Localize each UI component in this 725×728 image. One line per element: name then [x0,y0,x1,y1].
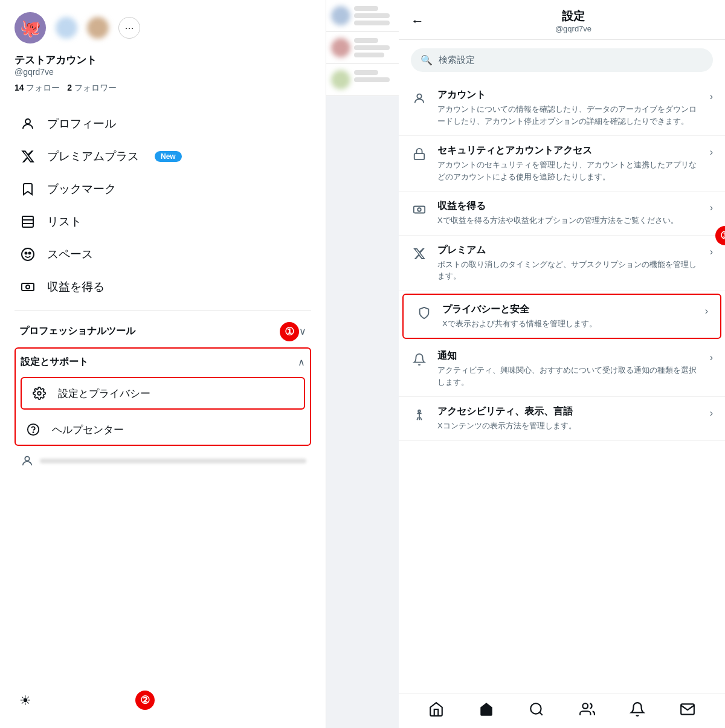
bottom-user-icon [19,453,35,469]
circle-badge-1: ① [280,322,299,341]
svg-rect-15 [414,207,425,213]
feed-avatar-2 [331,38,350,57]
avatar-small-2 [87,17,109,39]
settings-support-header[interactable]: 設定とサポート ∧ [16,349,310,376]
svg-point-8 [26,285,30,289]
accessibility-icon [411,407,428,424]
privacy-content: プライバシーと安全 Xで表示および共有する情報を管理します。 [442,303,695,330]
account-title: アカウント [437,89,700,101]
account-chevron: › [710,91,713,102]
feed-line [354,45,390,50]
bottom-nav-notifications[interactable] [630,701,645,721]
svg-point-4 [22,248,34,260]
profile-top-bar: 🐙 ··· [14,12,311,43]
circle-badge-2: ② [135,691,155,710]
settings-item-security[interactable]: セキュリティとアカウントアクセス アカウントのセキュリティを管理したり、アカウン… [399,136,725,192]
feed-line [354,21,390,25]
sidebar-item-monetize[interactable]: 収益を得る [14,271,311,303]
svg-point-17 [418,410,420,413]
bottom-nav-search[interactable] [529,701,544,721]
sidebar-item-bookmarks[interactable]: ブックマーク [14,173,311,205]
accessibility-chevron: › [710,408,713,419]
svg-line-19 [540,712,543,715]
spaces-label: スペース [47,246,93,262]
monetize-icon [19,279,36,295]
theme-toggle[interactable]: ☀ [14,686,311,716]
feed-avatar-3 [331,70,350,89]
account-content: アカウント アカウントについての情報を確認したり、データのアーカイブをダウンロー… [437,89,700,127]
header-title-block: 設定 @gqrd7ve [434,8,713,33]
avatar-small-1 [56,17,77,39]
settings-item-account[interactable]: アカウント アカウントについての情報を確認したり、データのアーカイブをダウンロー… [399,80,725,136]
right-panel: ← 設定 @gqrd7ve 🔍 検索設定 アカウント アカウントについての情報を… [399,0,725,728]
settings-item-notifications[interactable]: 通知 アクティビティ、興味関心、おすすめについて受け取る通知の種類を選択します。… [399,341,725,397]
more-button[interactable]: ··· [118,17,140,39]
security-title: セキュリティとアカウントアクセス [437,144,700,157]
bottom-nav-home-outline[interactable] [428,701,444,721]
premium-content: プレミアム ポストの取り消しのタイミングなど、サブスクリプションの機能を管理しま… [437,244,700,282]
follow-count: 14 [14,83,24,92]
settings-title: 設定 [434,8,713,24]
help-center-label: ヘルプセンター [52,423,124,437]
sidebar-item-lists[interactable]: リスト [14,206,311,237]
monetize-settings-icon [411,201,428,218]
accessibility-content: アクセシビリティ、表示、言語 Xコンテンツの表示方法を管理します。 [437,405,700,432]
premium-label: プレミアムプラス [47,149,139,164]
account-icon [411,90,428,107]
bottom-nav-people[interactable] [579,701,595,721]
settings-item-monetize[interactable]: 収益を得る Xで収益を得る方法や収益化オプションの管理方法をご覧ください。 › [399,192,725,236]
back-button[interactable]: ← [411,13,424,29]
premium-chevron: › [710,246,713,257]
bottom-nav-home-filled[interactable] [478,701,494,721]
settings-item-privacy[interactable]: プライバシーと安全 Xで表示および共有する情報を管理します。 › [402,294,721,340]
sidebar-item-spaces[interactable]: スペース [14,239,311,270]
bookmark-icon [19,181,36,198]
account-desc: アカウントについての情報を確認したり、データのアーカイブをダウンロードしたり、ア… [437,103,700,127]
profile-label: プロフィール [47,116,116,132]
feed-lines-1 [354,6,394,25]
settings-support-section: 設定とサポート ∧ 設定とプライバシー ヘルプセンター [14,347,311,446]
monetize-chevron: › [710,202,713,213]
notifications-content: 通知 アクティビティ、興味関心、おすすめについて受け取る通知の種類を選択します。 [437,350,700,388]
accessibility-desc: Xコンテンツの表示方法を管理します。 [437,420,700,432]
premium-desc: ポストの取り消しのタイミングなど、サブスクリプションの機能を管理します。 [437,259,700,282]
svg-point-9 [37,391,41,395]
avatar-main: 🐙 [14,12,46,43]
notifications-desc: アクティビティ、興味関心、おすすめについて受け取る通知の種類を選択します。 [437,364,700,388]
help-icon [25,422,41,437]
settings-privacy-nav[interactable]: 設定とプライバシー [22,378,304,408]
pro-tools-header[interactable]: プロフェッショナルツール ∨ [14,318,311,345]
security-chevron: › [710,147,713,158]
svg-rect-14 [414,153,425,159]
feed-item-2 [326,32,399,64]
feed-line [354,38,378,43]
bottom-nav-messages[interactable] [680,701,695,721]
settings-support-label: 設定とサポート [21,356,88,369]
user-name: テストアカウント [14,53,311,67]
feed-line [354,70,378,75]
pro-tools-label: プロフェッショナルツール [19,325,135,338]
new-badge: New [155,151,182,162]
pro-tools-chevron: ∨ [299,326,306,337]
settings-search-bar[interactable]: 🔍 検索設定 [411,48,713,72]
bookmarks-label: ブックマーク [47,181,116,197]
svg-point-6 [29,253,31,254]
monetize-title: 収益を得る [437,200,700,213]
svg-point-12 [25,457,29,461]
monetize-label: 収益を得る [47,279,105,295]
privacy-icon [416,304,433,321]
sidebar-item-profile[interactable]: プロフィール [14,108,311,140]
settings-item-accessibility[interactable]: アクセシビリティ、表示、言語 Xコンテンツの表示方法を管理します。 › [399,397,725,441]
sidebar-item-premium[interactable]: プレミアムプラス New [14,141,311,172]
user-stats: 14 フォロー 2 フォロワー [14,83,311,94]
nav-items: プロフィール プレミアムプラス New ブックマーク リスト スペー [14,108,311,303]
svg-point-20 [582,703,588,709]
settings-item-premium[interactable]: プレミアム ポストの取り消しのタイミングなど、サブスクリプションの機能を管理しま… [399,236,725,291]
svg-rect-1 [22,216,33,227]
feed-item-1 [326,0,399,32]
settings-privacy-item[interactable]: 設定とプライバシー [21,377,305,410]
settings-privacy-label: 設定とプライバシー [58,387,150,401]
monetize-content: 収益を得る Xで収益を得る方法や収益化オプションの管理方法をご覧ください。 [437,200,700,227]
divider-1 [14,310,311,311]
help-center-nav[interactable]: ヘルプセンター [16,414,310,445]
